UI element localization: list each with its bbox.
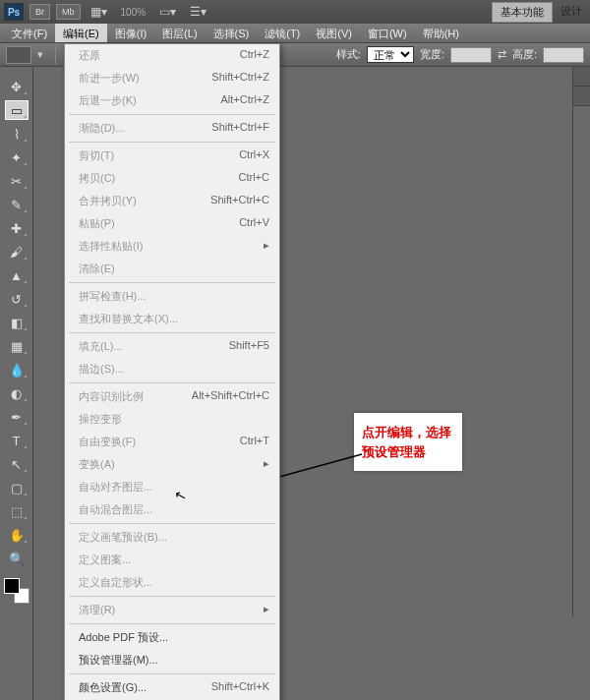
arrange-docs-icon[interactable]: ☰▾ (186, 5, 210, 19)
swap-icon[interactable]: ⇄ (498, 48, 506, 61)
tool-marquee[interactable]: ▭ (5, 100, 29, 120)
panel-tab[interactable] (573, 67, 590, 87)
menu-item: 后退一步(K)Alt+Ctrl+Z (65, 89, 279, 112)
tool-dodge[interactable]: ◐ (5, 383, 29, 403)
width-input[interactable] (450, 47, 492, 63)
menu-layer[interactable]: 图层(L) (154, 24, 205, 42)
menu-item-shortcut: Ctrl+X (239, 148, 269, 163)
menu-item-label: 填充(L)... (79, 339, 229, 354)
menu-select[interactable]: 选择(S) (206, 24, 258, 42)
menu-window[interactable]: 窗口(W) (360, 24, 415, 42)
menu-filter[interactable]: 滤镜(T) (257, 24, 308, 42)
tool-move[interactable]: ✥ (5, 77, 29, 96)
menu-item-label: 内容识别比例 (79, 389, 192, 404)
menu-item: 变换(A)▸ (65, 453, 279, 476)
tool-pen[interactable]: ✒ (5, 407, 29, 427)
tool-path-select[interactable]: ↖ (5, 454, 29, 474)
tool-crop[interactable]: ✂ (5, 171, 29, 191)
menu-item: 还原Ctrl+Z (65, 44, 279, 67)
menu-item-label: 颜色设置(G)... (79, 680, 211, 695)
menu-separator (69, 673, 275, 674)
menu-help[interactable]: 帮助(H) (415, 24, 467, 42)
color-swatches[interactable] (4, 578, 30, 604)
menubar: 文件(F) 编辑(E) 图像(I) 图层(L) 选择(S) 滤镜(T) 视图(V… (0, 24, 590, 43)
tool-eraser[interactable]: ◧ (5, 313, 29, 332)
tool-eyedropper[interactable]: ✎ (5, 195, 29, 214)
menu-item[interactable]: 预设管理器(M)... (65, 649, 279, 671)
tool-blur[interactable]: 💧 (5, 360, 29, 379)
menu-item: 操控变形 (65, 408, 279, 431)
menu-separator (69, 382, 275, 383)
app-titlebar: Ps Br Mb ▦▾ 100% ▭▾ ☰▾ 基本功能 设计 (0, 0, 590, 24)
menu-item: 拷贝(C)Ctrl+C (65, 167, 279, 190)
tool-magic-wand[interactable]: ✦ (5, 147, 29, 167)
menu-item-label: 变换(A) (79, 457, 260, 472)
menu-separator (69, 523, 275, 524)
height-input[interactable] (543, 47, 584, 63)
menu-image[interactable]: 图像(I) (107, 24, 154, 42)
submenu-arrow-icon: ▸ (264, 603, 269, 617)
menu-separator (69, 114, 275, 115)
menu-item-label: 定义自定形状... (79, 575, 269, 590)
separator (55, 46, 56, 64)
menu-item-label: Adobe PDF 预设... (79, 630, 269, 645)
menu-edit[interactable]: 编辑(E) (55, 24, 107, 42)
tool-stamp[interactable]: ▲ (5, 265, 29, 285)
menu-separator (69, 596, 275, 597)
menu-item-label: 前进一步(W) (79, 71, 211, 86)
menu-item: 渐隐(D)...Shift+Ctrl+F (65, 117, 279, 140)
menu-item-label: 粘贴(P) (79, 216, 239, 231)
workspace-design-label[interactable]: 设计 (557, 2, 586, 23)
menu-item: 清理(R)▸ (65, 599, 279, 621)
tool-gradient[interactable]: ▦ (5, 336, 29, 356)
menu-view[interactable]: 视图(V) (308, 24, 360, 42)
submenu-arrow-icon: ▸ (264, 457, 269, 472)
tool-lasso[interactable]: ⌇ (5, 124, 29, 144)
menu-item: 前进一步(W)Shift+Ctrl+Z (65, 67, 279, 89)
minibridge-button[interactable]: Mb (56, 4, 81, 20)
menu-item-label: 清除(E) (79, 262, 269, 276)
tool-brush[interactable]: 🖌 (5, 242, 29, 262)
menu-item: 填充(L)...Shift+F5 (65, 335, 279, 358)
tool-preset-dropdown-icon[interactable]: ▾ (37, 48, 45, 61)
menu-item-label: 渐隐(D)... (79, 121, 211, 136)
panel-tab[interactable] (573, 87, 590, 106)
menu-item-shortcut: Alt+Shift+Ctrl+C (192, 389, 269, 404)
workspace-basic-button[interactable]: 基本功能 (492, 2, 553, 23)
menu-file[interactable]: 文件(F) (4, 24, 55, 42)
tool-history-brush[interactable]: ↺ (5, 289, 29, 309)
menu-item: 清除(E) (65, 258, 279, 280)
annotation-callout: 点开编辑，选择预设管理器 (354, 413, 462, 471)
menu-item-label: 查找和替换文本(X)... (79, 312, 269, 326)
tool-shape[interactable]: ▢ (5, 478, 29, 497)
tool-hand[interactable]: ✋ (5, 525, 29, 545)
menu-item[interactable]: 颜色设置(G)...Shift+Ctrl+K (65, 676, 279, 699)
menu-item: 内容识别比例Alt+Shift+Ctrl+C (65, 385, 279, 408)
tool-preset-icon[interactable] (6, 46, 31, 64)
menu-item-shortcut: Shift+F5 (229, 339, 269, 354)
menu-item-label: 定义图案... (79, 553, 269, 567)
screen-mode-icon[interactable]: ▦▾ (87, 5, 111, 19)
menu-item: 定义画笔预设(B)... (65, 526, 279, 549)
menu-item-shortcut: Shift+Ctrl+K (211, 680, 269, 695)
tool-type[interactable]: T (5, 431, 29, 450)
menu-separator (69, 282, 275, 283)
menu-item: 自由变换(F)Ctrl+T (65, 431, 279, 453)
submenu-arrow-icon: ▸ (264, 239, 269, 254)
menu-item-label: 清理(R) (79, 603, 260, 617)
style-select[interactable]: 正常 (367, 46, 414, 63)
style-label: 样式: (336, 47, 361, 62)
menu-item-label: 自动混合图层... (79, 502, 269, 517)
tool-3d[interactable]: ⬚ (5, 501, 29, 521)
menu-item: 粘贴(P)Ctrl+V (65, 212, 279, 235)
bridge-button[interactable]: Br (30, 4, 50, 20)
foreground-color-swatch[interactable] (4, 578, 20, 594)
menu-item[interactable]: Adobe PDF 预设... (65, 626, 279, 649)
menu-item-shortcut: Alt+Ctrl+Z (220, 93, 269, 108)
toolbox: ✥ ▭ ⌇ ✦ ✂ ✎ ✚ 🖌 ▲ ↺ ◧ ▦ 💧 ◐ ✒ T ↖ ▢ ⬚ ✋ … (0, 67, 33, 700)
view-extras-icon[interactable]: ▭▾ (155, 5, 180, 19)
zoom-level[interactable]: 100% (121, 7, 147, 18)
tool-healing[interactable]: ✚ (5, 218, 29, 238)
menu-item: 拼写检查(H)... (65, 285, 279, 308)
tool-zoom[interactable]: 🔍 (5, 549, 29, 568)
